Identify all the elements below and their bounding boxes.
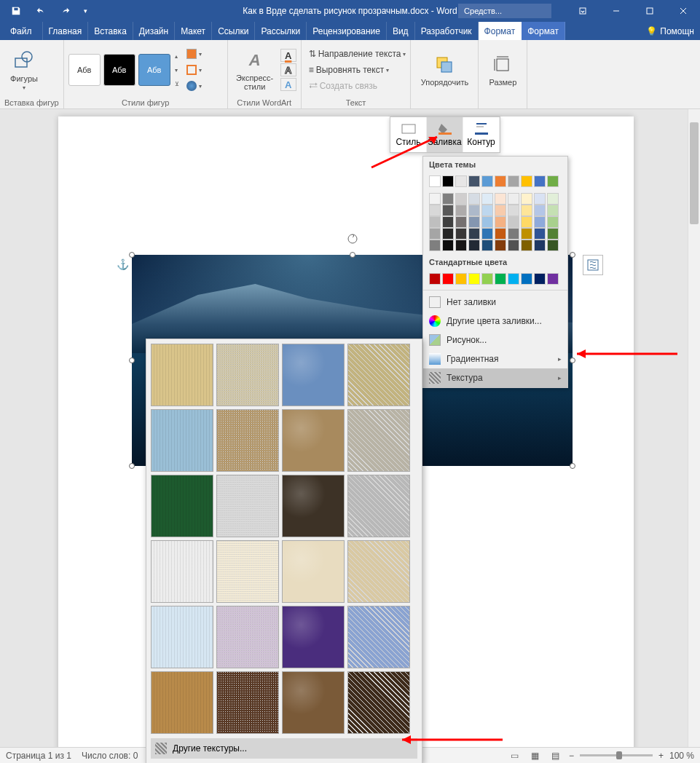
color-swatch[interactable] [521, 273, 532, 285]
color-swatch[interactable] [481, 228, 493, 240]
color-swatch[interactable] [495, 216, 506, 228]
print-layout-button[interactable]: ▦ [528, 750, 543, 762]
resize-handle-bl[interactable] [129, 463, 135, 469]
color-swatch[interactable] [468, 205, 480, 216]
color-swatch[interactable] [508, 273, 519, 285]
rotate-handle[interactable] [347, 233, 358, 245]
text-outline-button[interactable]: A [280, 63, 296, 76]
color-swatch[interactable] [547, 240, 559, 251]
texture-swatch[interactable] [216, 540, 279, 603]
redo-button[interactable] [55, 1, 76, 21]
tab-mailings[interactable]: Рассылки [255, 22, 307, 40]
color-swatch[interactable] [534, 273, 546, 285]
color-swatch[interactable] [429, 216, 441, 228]
tab-developer[interactable]: Разработчик [415, 22, 479, 40]
color-swatch[interactable] [455, 193, 467, 205]
color-swatch[interactable] [429, 228, 441, 240]
color-swatch[interactable] [468, 193, 480, 205]
color-swatch[interactable] [429, 193, 441, 205]
shape-effects-button[interactable]: ▾ [186, 79, 202, 93]
color-swatch[interactable] [455, 205, 467, 216]
texture-swatch[interactable] [347, 671, 410, 734]
express-styles-button[interactable]: A Экспресс-стили [232, 44, 278, 95]
read-mode-button[interactable]: ▭ [508, 750, 522, 762]
shape-style-2[interactable]: Абв [103, 54, 135, 86]
tab-layout[interactable]: Макет [175, 22, 212, 40]
color-swatch[interactable] [534, 216, 546, 228]
color-swatch[interactable] [495, 193, 506, 205]
color-swatch[interactable] [495, 175, 506, 187]
ribbon-options-button[interactable] [566, 0, 599, 22]
color-swatch[interactable] [534, 205, 546, 216]
texture-swatch[interactable] [216, 606, 279, 668]
scrollbar-thumb[interactable] [690, 122, 699, 224]
color-swatch[interactable] [429, 240, 441, 251]
color-swatch[interactable] [455, 228, 467, 240]
picture-fill-item[interactable]: Рисунок... [423, 331, 567, 349]
color-swatch[interactable] [521, 205, 532, 216]
texture-swatch[interactable] [151, 606, 213, 668]
close-button[interactable] [666, 0, 700, 22]
texture-swatch[interactable] [347, 475, 410, 537]
color-swatch[interactable] [508, 240, 519, 251]
texture-swatch[interactable] [347, 606, 410, 668]
text-fill-button[interactable]: A [280, 49, 296, 62]
color-swatch[interactable] [547, 216, 559, 228]
texture-swatch[interactable] [282, 540, 345, 603]
texture-swatch[interactable] [347, 344, 410, 406]
page-indicator[interactable]: Страница 1 из 1 [6, 751, 71, 761]
resize-handle-br[interactable] [570, 463, 575, 469]
align-text-button[interactable]: ≡Выровнять текст▾ [309, 63, 406, 77]
texture-swatch[interactable] [151, 540, 213, 603]
color-swatch[interactable] [442, 175, 454, 187]
color-swatch[interactable] [442, 216, 454, 228]
vertical-scrollbar[interactable] [688, 109, 700, 747]
text-effects-button[interactable]: A [280, 78, 296, 91]
color-swatch[interactable] [429, 205, 441, 216]
create-link-button[interactable]: ⮂Создать связь [309, 79, 406, 93]
color-swatch[interactable] [547, 205, 559, 216]
color-swatch[interactable] [534, 240, 546, 251]
shape-outline-button[interactable]: ▾ [186, 63, 202, 77]
size-button[interactable]: Размер [483, 44, 522, 95]
color-swatch[interactable] [468, 216, 480, 228]
texture-swatch[interactable] [282, 475, 345, 537]
color-swatch[interactable] [534, 193, 546, 205]
zoom-slider[interactable] [580, 754, 653, 756]
style-gallery-scroll[interactable]: ▴▾⊻ [173, 53, 179, 87]
color-swatch[interactable] [455, 175, 467, 187]
zoom-level[interactable]: 100 % [669, 751, 694, 761]
color-swatch[interactable] [481, 216, 493, 228]
texture-swatch[interactable] [216, 671, 279, 734]
texture-swatch[interactable] [151, 409, 213, 472]
color-swatch[interactable] [521, 216, 532, 228]
texture-swatch[interactable] [282, 606, 345, 668]
color-swatch[interactable] [455, 240, 467, 251]
minimize-button[interactable] [599, 0, 633, 22]
tell-me-search[interactable]: 💡Помощн [640, 22, 700, 40]
tab-home[interactable]: Главная [43, 22, 89, 40]
maximize-button[interactable] [633, 0, 666, 22]
texture-swatch[interactable] [216, 409, 279, 472]
qat-customize-button[interactable]: ▾ [80, 1, 90, 21]
save-button[interactable] [6, 1, 26, 21]
tab-review[interactable]: Рецензирование [307, 22, 387, 40]
color-swatch[interactable] [495, 240, 506, 251]
arrange-button[interactable]: Упорядочить [415, 44, 473, 95]
color-swatch[interactable] [455, 273, 467, 285]
texture-swatch[interactable] [282, 671, 345, 734]
gradient-fill-item[interactable]: Градиентная ▸ [423, 349, 567, 368]
color-swatch[interactable] [429, 175, 441, 187]
color-swatch[interactable] [442, 228, 454, 240]
texture-swatch[interactable] [216, 475, 279, 537]
web-layout-button[interactable]: ▤ [548, 750, 563, 762]
more-textures-item[interactable]: Другие текстуры... [151, 738, 417, 759]
resize-handle-tm[interactable] [350, 252, 355, 258]
color-swatch[interactable] [547, 228, 559, 240]
texture-swatch[interactable] [282, 344, 345, 406]
color-swatch[interactable] [547, 273, 559, 285]
tab-references[interactable]: Ссылки [212, 22, 255, 40]
tab-view[interactable]: Вид [387, 22, 415, 40]
text-direction-button[interactable]: ⇅Направление текста▾ [309, 47, 406, 61]
color-swatch[interactable] [495, 273, 506, 285]
